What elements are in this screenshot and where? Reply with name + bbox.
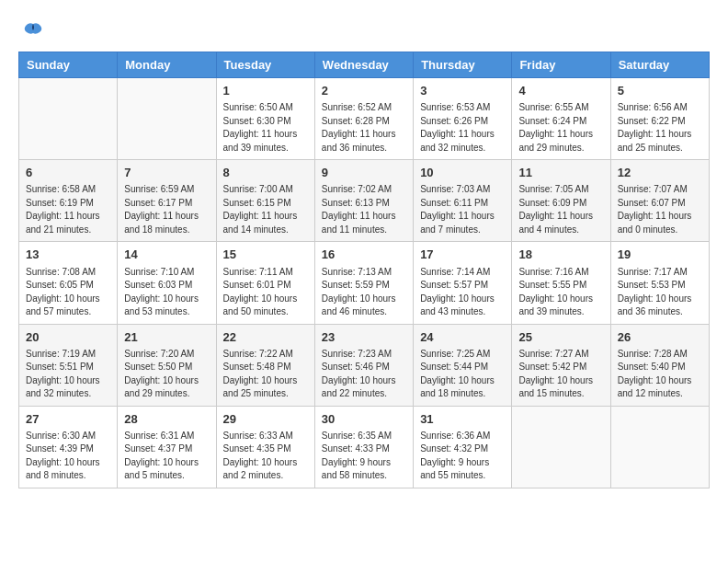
calendar-day-cell: 12Sunrise: 7:07 AM Sunset: 6:07 PM Dayli… (610, 160, 709, 242)
day-number: 10 (420, 165, 505, 181)
day-info: Sunrise: 7:16 AM Sunset: 5:55 PM Dayligh… (518, 266, 603, 319)
calendar-day-cell: 3Sunrise: 6:53 AM Sunset: 6:26 PM Daylig… (414, 78, 512, 160)
day-info: Sunrise: 7:10 AM Sunset: 6:03 PM Dayligh… (124, 266, 209, 319)
weekday-header: Sunday (19, 52, 118, 78)
day-info: Sunrise: 7:14 AM Sunset: 5:57 PM Dayligh… (420, 266, 505, 319)
day-number: 12 (618, 165, 702, 181)
day-number: 15 (223, 247, 308, 263)
calendar-day-cell (118, 78, 216, 160)
day-info: Sunrise: 7:17 AM Sunset: 5:53 PM Dayligh… (618, 266, 702, 319)
day-number: 22 (223, 329, 308, 346)
calendar-day-cell (19, 78, 118, 160)
day-number: 3 (420, 83, 505, 99)
day-info: Sunrise: 6:56 AM Sunset: 6:22 PM Dayligh… (618, 101, 702, 155)
day-number: 7 (124, 165, 209, 181)
calendar-day-cell: 13Sunrise: 7:08 AM Sunset: 6:05 PM Dayli… (19, 242, 118, 324)
day-number: 27 (26, 411, 110, 428)
calendar-day-cell: 9Sunrise: 7:02 AM Sunset: 6:13 PM Daylig… (314, 160, 413, 242)
calendar-day-cell: 31Sunrise: 6:36 AM Sunset: 4:32 PM Dayli… (414, 406, 512, 488)
calendar-day-cell: 11Sunrise: 7:05 AM Sunset: 6:09 PM Dayli… (512, 160, 610, 242)
calendar-day-cell: 2Sunrise: 6:52 AM Sunset: 6:28 PM Daylig… (314, 78, 413, 160)
day-info: Sunrise: 6:35 AM Sunset: 4:33 PM Dayligh… (322, 430, 406, 483)
calendar-day-cell: 29Sunrise: 6:33 AM Sunset: 4:35 PM Dayli… (216, 406, 314, 488)
calendar-table: SundayMondayTuesdayWednesdayThursdayFrid… (18, 52, 710, 488)
calendar-day-cell: 25Sunrise: 7:27 AM Sunset: 5:42 PM Dayli… (512, 324, 610, 406)
day-info: Sunrise: 7:20 AM Sunset: 5:50 PM Dayligh… (124, 348, 209, 401)
calendar-day-cell: 5Sunrise: 6:56 AM Sunset: 6:22 PM Daylig… (610, 78, 709, 160)
calendar-day-cell: 24Sunrise: 7:25 AM Sunset: 5:44 PM Dayli… (414, 324, 512, 406)
day-number: 2 (322, 83, 406, 99)
calendar-day-cell: 28Sunrise: 6:31 AM Sunset: 4:37 PM Dayli… (118, 406, 216, 488)
calendar-day-cell: 27Sunrise: 6:30 AM Sunset: 4:39 PM Dayli… (19, 406, 118, 488)
day-info: Sunrise: 7:03 AM Sunset: 6:11 PM Dayligh… (420, 183, 505, 236)
day-number: 11 (518, 165, 603, 181)
day-info: Sunrise: 7:13 AM Sunset: 5:59 PM Dayligh… (322, 266, 406, 319)
calendar-day-cell: 1Sunrise: 6:50 AM Sunset: 6:30 PM Daylig… (216, 78, 314, 160)
calendar-day-cell (610, 406, 709, 488)
day-number: 30 (322, 411, 406, 428)
logo-bird-icon (23, 20, 43, 40)
day-number: 28 (124, 411, 209, 428)
calendar-week-row: 13Sunrise: 7:08 AM Sunset: 6:05 PM Dayli… (19, 242, 710, 324)
day-number: 13 (26, 247, 110, 263)
calendar-day-cell: 4Sunrise: 6:55 AM Sunset: 6:24 PM Daylig… (512, 78, 610, 160)
day-info: Sunrise: 6:58 AM Sunset: 6:19 PM Dayligh… (26, 183, 110, 236)
day-info: Sunrise: 7:23 AM Sunset: 5:46 PM Dayligh… (322, 348, 406, 401)
calendar-day-cell: 23Sunrise: 7:23 AM Sunset: 5:46 PM Dayli… (314, 324, 413, 406)
day-info: Sunrise: 7:05 AM Sunset: 6:09 PM Dayligh… (518, 183, 603, 236)
day-info: Sunrise: 7:27 AM Sunset: 5:42 PM Dayligh… (518, 348, 603, 401)
day-info: Sunrise: 6:36 AM Sunset: 4:32 PM Dayligh… (420, 430, 505, 483)
calendar-day-cell: 22Sunrise: 7:22 AM Sunset: 5:48 PM Dayli… (216, 324, 314, 406)
day-info: Sunrise: 7:00 AM Sunset: 6:15 PM Dayligh… (223, 183, 308, 236)
day-info: Sunrise: 7:11 AM Sunset: 6:01 PM Dayligh… (223, 266, 308, 319)
calendar-day-cell: 17Sunrise: 7:14 AM Sunset: 5:57 PM Dayli… (414, 242, 512, 324)
day-number: 25 (518, 329, 603, 346)
day-info: Sunrise: 6:33 AM Sunset: 4:35 PM Dayligh… (223, 430, 308, 483)
weekday-header: Monday (118, 52, 216, 78)
day-number: 18 (518, 247, 603, 263)
page-header (18, 18, 710, 42)
day-number: 24 (420, 329, 505, 346)
calendar-day-cell: 21Sunrise: 7:20 AM Sunset: 5:50 PM Dayli… (118, 324, 216, 406)
day-number: 21 (124, 329, 209, 346)
day-number: 9 (322, 165, 406, 181)
day-number: 6 (26, 165, 110, 181)
weekday-header: Friday (512, 52, 610, 78)
day-number: 19 (618, 247, 702, 263)
day-number: 1 (223, 83, 308, 99)
day-number: 14 (124, 247, 209, 263)
day-info: Sunrise: 7:28 AM Sunset: 5:40 PM Dayligh… (618, 348, 702, 401)
day-info: Sunrise: 7:25 AM Sunset: 5:44 PM Dayligh… (420, 348, 505, 401)
day-info: Sunrise: 6:50 AM Sunset: 6:30 PM Dayligh… (223, 101, 308, 155)
logo (18, 18, 43, 42)
calendar-day-cell: 10Sunrise: 7:03 AM Sunset: 6:11 PM Dayli… (414, 160, 512, 242)
calendar-day-cell: 15Sunrise: 7:11 AM Sunset: 6:01 PM Dayli… (216, 242, 314, 324)
calendar-day-cell: 18Sunrise: 7:16 AM Sunset: 5:55 PM Dayli… (512, 242, 610, 324)
calendar-day-cell: 14Sunrise: 7:10 AM Sunset: 6:03 PM Dayli… (118, 242, 216, 324)
day-info: Sunrise: 7:22 AM Sunset: 5:48 PM Dayligh… (223, 348, 308, 401)
day-info: Sunrise: 6:53 AM Sunset: 6:26 PM Dayligh… (420, 101, 505, 155)
weekday-header: Wednesday (314, 52, 413, 78)
day-number: 16 (322, 247, 406, 263)
day-number: 5 (618, 83, 702, 99)
day-number: 26 (618, 329, 702, 346)
calendar-header-row: SundayMondayTuesdayWednesdayThursdayFrid… (19, 52, 710, 78)
day-number: 29 (223, 411, 308, 428)
day-info: Sunrise: 6:59 AM Sunset: 6:17 PM Dayligh… (124, 183, 209, 236)
calendar-day-cell: 20Sunrise: 7:19 AM Sunset: 5:51 PM Dayli… (19, 324, 118, 406)
calendar-week-row: 6Sunrise: 6:58 AM Sunset: 6:19 PM Daylig… (19, 160, 710, 242)
calendar-week-row: 27Sunrise: 6:30 AM Sunset: 4:39 PM Dayli… (19, 406, 710, 488)
calendar-day-cell (512, 406, 610, 488)
weekday-header: Tuesday (216, 52, 314, 78)
calendar-day-cell: 8Sunrise: 7:00 AM Sunset: 6:15 PM Daylig… (216, 160, 314, 242)
weekday-header: Saturday (610, 52, 709, 78)
calendar-week-row: 1Sunrise: 6:50 AM Sunset: 6:30 PM Daylig… (19, 78, 710, 160)
day-info: Sunrise: 7:07 AM Sunset: 6:07 PM Dayligh… (618, 183, 702, 236)
day-info: Sunrise: 6:52 AM Sunset: 6:28 PM Dayligh… (322, 101, 406, 155)
calendar-day-cell: 19Sunrise: 7:17 AM Sunset: 5:53 PM Dayli… (610, 242, 709, 324)
day-info: Sunrise: 6:30 AM Sunset: 4:39 PM Dayligh… (26, 430, 110, 483)
day-number: 31 (420, 411, 505, 428)
calendar-day-cell: 30Sunrise: 6:35 AM Sunset: 4:33 PM Dayli… (314, 406, 413, 488)
calendar-day-cell: 6Sunrise: 6:58 AM Sunset: 6:19 PM Daylig… (19, 160, 118, 242)
calendar-week-row: 20Sunrise: 7:19 AM Sunset: 5:51 PM Dayli… (19, 324, 710, 406)
